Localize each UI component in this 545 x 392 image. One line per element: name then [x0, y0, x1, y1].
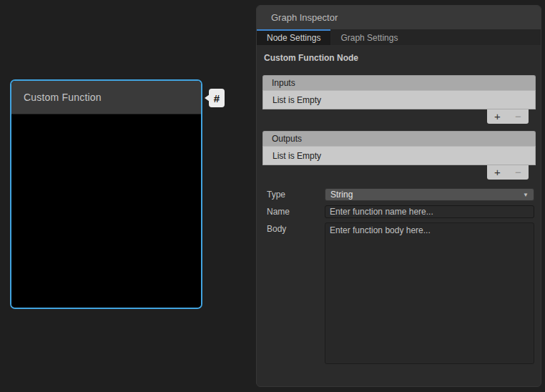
- inputs-list-header-label: Inputs: [272, 78, 295, 88]
- tab-graph-settings-label: Graph Settings: [340, 33, 398, 43]
- outputs-add-button[interactable]: +: [488, 166, 506, 179]
- inputs-list-header[interactable]: Inputs: [262, 75, 536, 90]
- graph-inspector-panel: Graph Inspector Node Settings Graph Sett…: [256, 5, 541, 387]
- body-label: Body: [262, 222, 325, 234]
- inputs-add-button[interactable]: +: [488, 110, 506, 123]
- shader-graph-canvas: Custom Function # Graph Inspector Node S…: [0, 0, 545, 392]
- outputs-remove-button[interactable]: −: [509, 166, 527, 179]
- chevron-down-icon: ▼: [523, 192, 529, 198]
- function-form: Type String ▼ Name Body: [262, 188, 534, 364]
- function-body-input[interactable]: [325, 222, 534, 364]
- inputs-list-footer: + −: [262, 109, 536, 124]
- type-dropdown[interactable]: String ▼: [325, 188, 534, 201]
- name-label: Name: [262, 205, 325, 217]
- body-row: Body: [262, 222, 534, 364]
- inputs-list-empty-row: List is Empty: [262, 90, 536, 109]
- hash-icon: #: [214, 92, 220, 104]
- inputs-footer-box: + −: [487, 109, 529, 124]
- node-preview-area: [11, 114, 201, 309]
- outputs-list-header-label: Outputs: [272, 134, 302, 144]
- type-dropdown-value: String: [330, 190, 353, 200]
- custom-function-node[interactable]: Custom Function: [10, 79, 202, 309]
- type-row: Type String ▼: [262, 188, 534, 201]
- inspector-tabbar: Node Settings Graph Settings: [257, 29, 541, 45]
- node-title-bar[interactable]: Custom Function: [11, 81, 201, 114]
- outputs-list-footer: + −: [262, 165, 536, 180]
- node-hash-badge[interactable]: #: [209, 89, 225, 107]
- panel-title: Graph Inspector: [271, 12, 338, 23]
- name-row: Name: [262, 205, 534, 218]
- outputs-list: Outputs List is Empty + −: [262, 131, 536, 180]
- tab-node-settings-label: Node Settings: [267, 33, 320, 43]
- node-title: Custom Function: [24, 92, 102, 103]
- node-settings-content: Custom Function Node Inputs List is Empt…: [257, 45, 541, 386]
- outputs-footer-box: + −: [487, 165, 529, 180]
- type-label: Type: [262, 188, 325, 200]
- inputs-list: Inputs List is Empty + −: [262, 75, 536, 124]
- tab-node-settings[interactable]: Node Settings: [257, 29, 330, 45]
- panel-header[interactable]: Graph Inspector: [257, 6, 541, 29]
- inputs-remove-button[interactable]: −: [509, 110, 527, 123]
- inputs-empty-label: List is Empty: [272, 95, 321, 105]
- outputs-list-empty-row: List is Empty: [262, 146, 536, 165]
- tab-graph-settings[interactable]: Graph Settings: [330, 29, 408, 45]
- section-title: Custom Function Node: [262, 53, 534, 63]
- function-name-input[interactable]: [325, 205, 534, 218]
- outputs-list-header[interactable]: Outputs: [262, 131, 536, 146]
- outputs-empty-label: List is Empty: [272, 151, 321, 161]
